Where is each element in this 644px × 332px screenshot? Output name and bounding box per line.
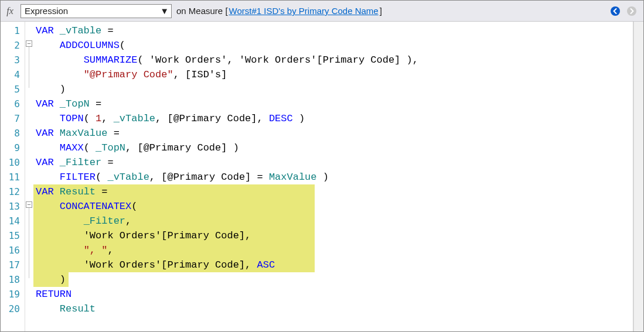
line-number: 4 bbox=[1, 67, 25, 82]
fold-toggle-icon[interactable]: − bbox=[26, 201, 32, 208]
line-number: 3 bbox=[1, 53, 25, 67]
context-label: on Measure [Worst#1 ISD's by Primary Cod… bbox=[176, 6, 382, 16]
code-line[interactable]: MAXX( _TopN, [@Primary Code] ) bbox=[33, 141, 633, 155]
line-number: 2 bbox=[1, 38, 25, 53]
code-line[interactable]: VAR _vTable = bbox=[33, 23, 633, 38]
line-number: 6 bbox=[1, 97, 25, 111]
code-line[interactable]: 'Work Orders'[Primary Code], ASC bbox=[33, 258, 633, 272]
code-line[interactable]: Result bbox=[33, 302, 633, 316]
line-number: 15 bbox=[1, 228, 25, 243]
svg-point-1 bbox=[627, 6, 636, 16]
context-measure-link[interactable]: Worst#1 ISD's by Primary Code Name bbox=[229, 6, 379, 16]
code-line[interactable]: TOPN( 1, _vTable, [@Primary Code], DESC … bbox=[33, 111, 633, 126]
fold-column: − − bbox=[25, 22, 33, 331]
code-area[interactable]: VAR _vTable = ADDCOLUMNS( SUMMARIZE( 'Wo… bbox=[33, 22, 633, 331]
context-suffix: ] bbox=[380, 6, 382, 16]
expression-dropdown-label: Expression bbox=[25, 6, 68, 16]
line-number: 20 bbox=[1, 302, 25, 316]
context-prefix: on Measure [ bbox=[176, 6, 228, 16]
line-number: 13 bbox=[1, 199, 25, 214]
line-number: 9 bbox=[1, 141, 25, 155]
code-line[interactable]: RETURN bbox=[33, 287, 633, 302]
code-line[interactable]: _Filter, bbox=[33, 214, 633, 228]
code-line[interactable]: ) bbox=[33, 82, 633, 97]
code-line[interactable]: "@Primary Code", [ISD's] bbox=[33, 67, 633, 82]
code-line[interactable]: SUMMARIZE( 'Work Orders', 'Work Orders'[… bbox=[33, 53, 633, 67]
expression-dropdown[interactable]: Expression ▼ bbox=[21, 4, 172, 18]
nav-back-button[interactable] bbox=[609, 5, 621, 17]
code-line[interactable]: ADDCOLUMNS( bbox=[33, 38, 633, 53]
code-line[interactable]: 'Work Orders'[Primary Code], bbox=[33, 228, 633, 243]
fx-icon: fx bbox=[4, 6, 16, 16]
code-editor[interactable]: 1234567891011121314151617181920 − − VAR … bbox=[1, 22, 643, 331]
code-line[interactable]: FILTER( _vTable, [@Primary Code] = MaxVa… bbox=[33, 170, 633, 184]
fold-toggle-icon[interactable]: − bbox=[26, 40, 32, 47]
fold-guide bbox=[29, 205, 29, 278]
code-line[interactable]: ) bbox=[33, 272, 633, 287]
chevron-down-icon: ▼ bbox=[160, 6, 169, 16]
code-line[interactable]: VAR Result = bbox=[33, 184, 633, 199]
line-number: 8 bbox=[1, 126, 25, 141]
line-number: 14 bbox=[1, 214, 25, 228]
line-number: 19 bbox=[1, 287, 25, 302]
line-number: 1 bbox=[1, 23, 25, 38]
line-number: 12 bbox=[1, 184, 25, 199]
code-line[interactable]: VAR MaxValue = bbox=[33, 126, 633, 141]
formula-bar-header: fx Expression ▼ on Measure [Worst#1 ISD'… bbox=[1, 1, 643, 22]
line-number: 11 bbox=[1, 170, 25, 184]
code-line[interactable]: VAR _TopN = bbox=[33, 97, 633, 111]
line-number-gutter: 1234567891011121314151617181920 bbox=[1, 22, 25, 331]
code-line[interactable]: CONCATENATEX( bbox=[33, 199, 633, 214]
line-number: 7 bbox=[1, 111, 25, 126]
vertical-scrollbar[interactable] bbox=[633, 22, 643, 331]
line-number: 5 bbox=[1, 82, 25, 97]
nav-forward-button[interactable] bbox=[626, 5, 638, 17]
code-line[interactable]: ", ", bbox=[33, 243, 633, 258]
line-number: 10 bbox=[1, 155, 25, 170]
code-line[interactable]: VAR _Filter = bbox=[33, 155, 633, 170]
line-number: 16 bbox=[1, 243, 25, 258]
svg-point-0 bbox=[611, 6, 620, 16]
line-number: 17 bbox=[1, 258, 25, 272]
fold-guide bbox=[29, 44, 29, 88]
line-number: 18 bbox=[1, 272, 25, 287]
